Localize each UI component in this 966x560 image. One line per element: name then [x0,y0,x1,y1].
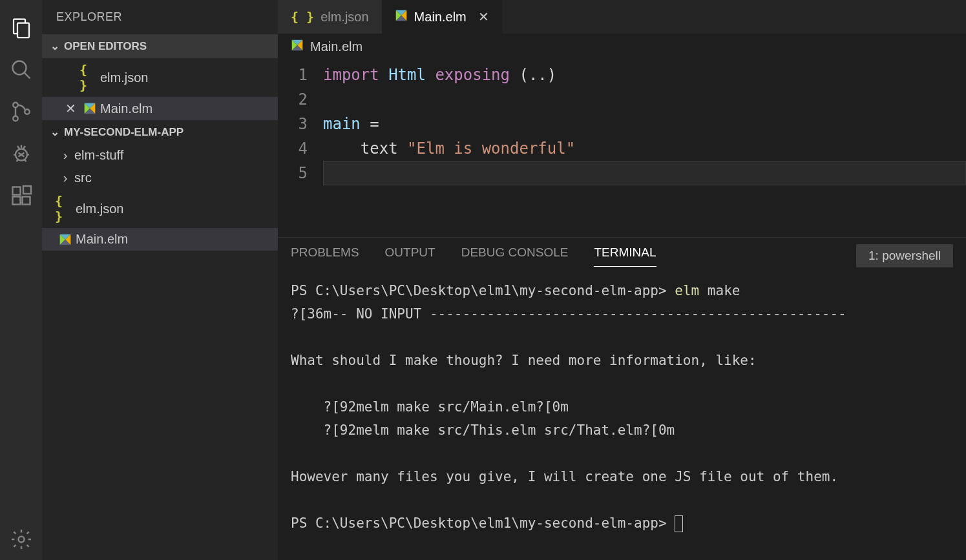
elm-icon [55,233,76,246]
file-label: Main.elm [76,232,128,247]
open-editor-elm-json[interactable]: { } elm.json [42,58,278,97]
svg-line-9 [17,146,19,149]
svg-rect-17 [12,187,20,194]
explorer-icon[interactable] [0,6,42,48]
terminal-arg: make [708,283,740,298]
code-content[interactable]: import Html exposing (..) main = text "E… [323,63,966,237]
svg-line-3 [24,72,30,78]
workspace-header[interactable]: ⌄ MY-SECOND-ELM-APP [42,120,278,144]
editor-tabs: { } elm.json Main.elm ✕ [278,0,966,34]
debug-icon[interactable] [0,132,42,174]
terminal-prompt: PS C:\Users\PC\Desktop\elm1\my-second-el… [291,283,667,298]
terminal-command: elm [675,283,699,298]
svg-rect-18 [12,196,20,204]
close-icon[interactable]: ✕ [61,101,79,116]
breadcrumb-file: Main.elm [310,39,362,54]
keyword: import [323,66,379,84]
operator: = [370,115,379,133]
line-number: 1 [278,63,308,87]
close-icon[interactable]: ✕ [478,9,489,25]
panel-tab-debug[interactable]: DEBUG CONSOLE [461,245,569,266]
code-editor[interactable]: 1 2 3 4 5 import Html exposing (..) main… [278,60,966,237]
svg-line-14 [24,160,26,161]
line-number: 2 [278,87,308,112]
chevron-down-icon: ⌄ [48,125,61,139]
terminal-cursor [675,515,683,532]
terminal-selector[interactable]: 1: powershell [856,244,953,267]
folder-elm-stuff[interactable]: › elm-stuff [42,144,278,167]
keyword: exposing [435,66,510,84]
source-control-icon[interactable] [0,90,42,132]
elm-icon [79,102,100,115]
line-number: 4 [278,136,308,161]
svg-point-5 [13,116,18,121]
terminal-line: ?[92melm make src/Main.elm?[0m [291,399,569,415]
chevron-down-icon: ⌄ [48,39,61,53]
json-icon: { } [79,62,100,93]
breadcrumb[interactable]: Main.elm [278,34,966,60]
identifier: main [323,115,361,133]
svg-line-10 [23,146,25,149]
open-editor-main-elm[interactable]: ✕ Main.elm [42,97,278,120]
svg-rect-1 [17,23,29,37]
line-gutter: 1 2 3 4 5 [278,63,323,237]
elm-icon [395,9,408,25]
tab-label: elm.json [320,10,368,25]
svg-rect-19 [22,196,30,204]
folder-label: elm-stuff [74,148,123,163]
svg-point-4 [13,102,18,107]
panel-tabs: PROBLEMS OUTPUT DEBUG CONSOLE TERMINAL 1… [278,238,966,267]
terminal-line: What should I make though? I need more i… [291,353,757,368]
svg-rect-20 [23,186,31,194]
workspace-label: MY-SECOND-ELM-APP [64,126,184,139]
file-label: elm.json [100,70,148,85]
bottom-panel: PROBLEMS OUTPUT DEBUG CONSOLE TERMINAL 1… [278,237,966,560]
line-number: 3 [278,112,308,136]
tab-label: Main.elm [414,10,467,25]
terminal-line: ?[92melm make src/This.elm src/That.elm?… [291,422,675,438]
extensions-icon[interactable] [0,174,42,216]
svg-point-21 [18,536,24,542]
json-icon: { } [291,9,314,25]
terminal-line: ?[36m-- NO INPUT -----------------------… [291,306,846,322]
open-editors-header[interactable]: ⌄ OPEN EDITORS [42,34,278,58]
search-icon[interactable] [0,48,42,90]
tab-main-elm[interactable]: Main.elm ✕ [382,0,502,34]
main-area: { } elm.json Main.elm ✕ Main.elm 1 2 3 4… [278,0,966,560]
svg-point-6 [25,109,30,114]
panel-tab-problems[interactable]: PROBLEMS [291,245,359,266]
terminal-output[interactable]: PS C:\Users\PC\Desktop\elm1\my-second-el… [278,267,966,560]
folder-src[interactable]: › src [42,167,278,189]
file-label: elm.json [76,202,123,216]
explorer-sidebar: EXPLORER ⌄ OPEN EDITORS { } elm.json ✕ M… [42,0,278,560]
elm-icon [291,39,304,55]
sidebar-title: EXPLORER [42,0,278,34]
panel-tab-terminal[interactable]: TERMINAL [594,245,656,267]
chevron-right-icon: › [59,148,72,163]
line-number: 5 [278,161,308,185]
string: "Elm is wonderful" [407,140,575,158]
tab-elm-json[interactable]: { } elm.json [278,0,382,34]
settings-gear-icon[interactable] [0,518,42,560]
svg-line-13 [16,160,18,161]
terminal-prompt: PS C:\Users\PC\Desktop\elm1\my-second-el… [291,515,667,531]
terminal-selector-label: 1: powershell [868,249,941,262]
json-icon: { } [55,193,76,224]
folder-label: src [74,171,92,185]
punctuation: (..) [519,66,556,84]
file-label: Main.elm [100,101,152,116]
panel-tab-output[interactable]: OUTPUT [385,245,436,266]
svg-point-2 [12,61,26,74]
terminal-line: However many files you give, I will crea… [291,469,838,484]
file-elm-json[interactable]: { } elm.json [42,189,278,228]
identifier: text [361,140,398,158]
open-editors-label: OPEN EDITORS [64,40,147,53]
identifier: Html [388,66,426,84]
chevron-right-icon: › [59,171,72,185]
file-main-elm[interactable]: Main.elm [42,228,278,251]
activity-bar [0,0,42,560]
